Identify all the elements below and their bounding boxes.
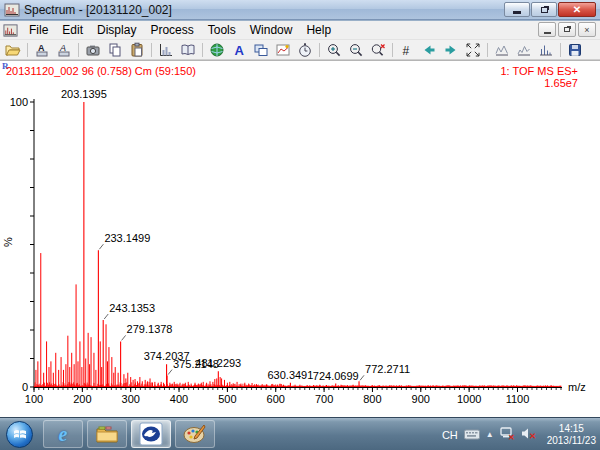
- close-button[interactable]: ✕: [558, 2, 596, 17]
- toolbar-separator: [202, 43, 203, 57]
- zoom-out-icon[interactable]: [345, 41, 367, 59]
- arrow-left-icon[interactable]: [418, 41, 440, 59]
- toolbar: AAA#: [0, 40, 600, 60]
- window-title: Spectrum - [20131120_002]: [24, 3, 172, 17]
- peak-label: 724.0699: [313, 370, 359, 382]
- restore-button[interactable]: [531, 2, 557, 17]
- x-axis-title: m/z: [568, 381, 586, 393]
- hash-icon[interactable]: #: [396, 41, 418, 59]
- title-bar: Spectrum - [20131120_002] ✕: [0, 0, 600, 20]
- y-min-label: 0: [22, 381, 28, 393]
- toolbar-separator: [392, 43, 393, 57]
- clock-date: 2013/11/23: [547, 435, 596, 447]
- peak-label: 243.1353: [109, 302, 155, 314]
- taskbar: e CH ▲ ✕ ✕ 14:15 2013/11/23: [0, 417, 600, 450]
- zoom-reset-icon[interactable]: [367, 41, 389, 59]
- mdi-close-button[interactable]: ×: [578, 22, 596, 37]
- menu-help[interactable]: Help: [299, 21, 338, 40]
- x-tick-label: 400: [170, 393, 188, 405]
- menu-file[interactable]: File: [22, 21, 55, 40]
- svg-text:✕: ✕: [508, 432, 515, 440]
- toolbar-separator: [560, 43, 561, 57]
- menu-bar: FileEditDisplayProcessToolsWindowHelp ×: [0, 21, 600, 40]
- print-b-icon[interactable]: A: [53, 41, 75, 59]
- spectrum-a-icon[interactable]: [491, 41, 513, 59]
- x-tick-label: 600: [267, 393, 285, 405]
- x-tick-label: 200: [73, 393, 91, 405]
- taskbar-internet-explorer-button[interactable]: e: [43, 420, 83, 448]
- peak-label: 772.2711: [365, 363, 410, 375]
- menu-edit[interactable]: Edit: [55, 21, 90, 40]
- windows-layout-icon[interactable]: [250, 41, 272, 59]
- arrow-right-icon[interactable]: [440, 41, 462, 59]
- x-tick-label: 500: [218, 393, 236, 405]
- svg-text:A: A: [235, 42, 245, 57]
- app-icon: [4, 2, 20, 18]
- menu-display[interactable]: Display: [90, 21, 143, 40]
- text-a-icon[interactable]: A: [228, 41, 250, 59]
- hidden-icons-chevron[interactable]: ▲: [486, 430, 494, 439]
- globe-icon[interactable]: [206, 41, 228, 59]
- toolbar-separator: [319, 43, 320, 57]
- menu-tools[interactable]: Tools: [201, 21, 243, 40]
- mdi-minimize-button[interactable]: [538, 22, 556, 37]
- svg-text:#: #: [403, 43, 410, 57]
- taskbar-file-explorer-button[interactable]: [87, 420, 127, 448]
- minimize-button[interactable]: [504, 2, 530, 17]
- taskbar-masslynx-button[interactable]: [131, 420, 171, 448]
- toolbar-separator: [27, 43, 28, 57]
- x-tick-label: 1000: [457, 393, 481, 405]
- mass-spectrum-plot[interactable]: 1000%10020030040050060070080090010001100…: [0, 61, 600, 418]
- x-tick-label: 100: [25, 393, 43, 405]
- spectrum-panel[interactable]: R 20131120_002 96 (0.758) Cm (59:150) 1:…: [0, 60, 600, 417]
- spectrum-b-icon[interactable]: [513, 41, 535, 59]
- spectrum-peaks-icon[interactable]: [535, 41, 557, 59]
- system-tray: CH ▲ ✕ ✕ 14:15 2013/11/23: [442, 418, 596, 450]
- y-max-label: 100: [10, 96, 28, 108]
- volume-muted-icon[interactable]: ✕: [521, 426, 537, 444]
- x-tick-label: 300: [122, 393, 140, 405]
- x-tick-label: 900: [412, 393, 430, 405]
- child-window-icon[interactable]: [3, 23, 19, 38]
- stopwatch-icon[interactable]: [294, 41, 316, 59]
- camera-icon[interactable]: [82, 41, 104, 59]
- clock[interactable]: 14:15 2013/11/23: [547, 423, 596, 447]
- book-icon[interactable]: [177, 41, 199, 59]
- peak-label: 279.1378: [127, 323, 173, 335]
- expand-icon[interactable]: [462, 41, 484, 59]
- clock-time: 14:15: [547, 423, 596, 435]
- menu-process[interactable]: Process: [143, 21, 200, 40]
- y-axis-title: %: [2, 237, 14, 247]
- language-indicator[interactable]: CH: [442, 429, 458, 441]
- print-a-icon[interactable]: A: [31, 41, 53, 59]
- paste-icon[interactable]: [126, 41, 148, 59]
- process-chart-icon[interactable]: [272, 41, 294, 59]
- peak-label: 203.1395: [61, 88, 107, 100]
- start-button[interactable]: [6, 421, 33, 448]
- x-tick-label: 800: [363, 393, 381, 405]
- peak-label: 630.3491: [267, 369, 313, 381]
- toolbar-separator: [151, 43, 152, 57]
- network-error-icon[interactable]: ✕: [500, 426, 515, 444]
- x-tick-label: 1100: [506, 393, 530, 405]
- menu-window[interactable]: Window: [243, 21, 300, 40]
- keyboard-icon[interactable]: [464, 426, 480, 444]
- toolbar-separator: [487, 43, 488, 57]
- save-icon[interactable]: [564, 41, 586, 59]
- taskbar-paint-button[interactable]: [175, 420, 215, 448]
- peak-label: 481.2293: [195, 357, 241, 369]
- svg-text:✕: ✕: [529, 431, 536, 440]
- mdi-restore-button[interactable]: [558, 22, 576, 37]
- copy-icon[interactable]: [104, 41, 126, 59]
- zoom-in-icon[interactable]: [323, 41, 345, 59]
- histogram-icon[interactable]: [155, 41, 177, 59]
- x-tick-label: 700: [315, 393, 333, 405]
- toolbar-separator: [78, 43, 79, 57]
- open-icon[interactable]: [2, 41, 24, 59]
- app-window: Spectrum - [20131120_002] ✕ FileEditDisp…: [0, 0, 600, 450]
- peak-label: 233.1499: [104, 232, 150, 244]
